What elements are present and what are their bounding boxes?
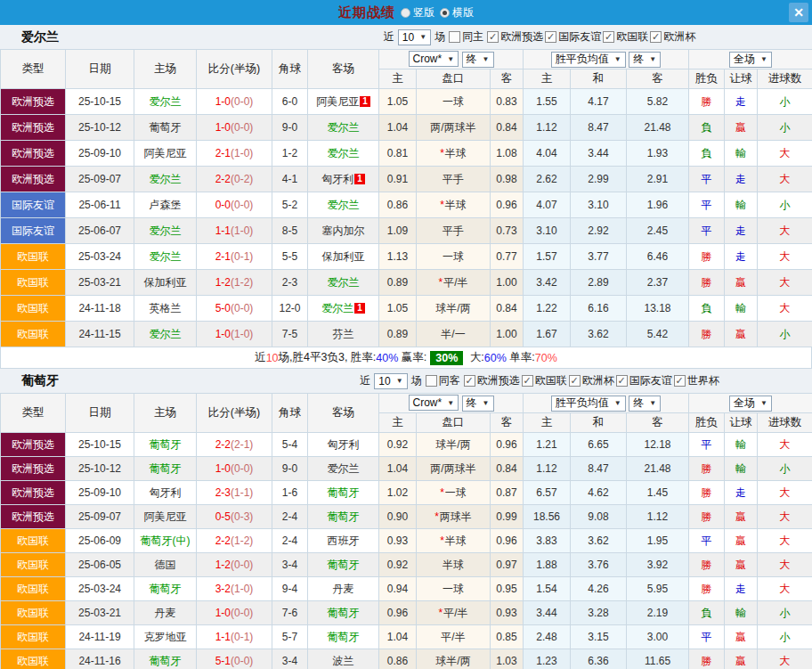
corner-score: 8-5 <box>272 218 308 244</box>
home-team-name: 丹麦 <box>155 607 176 619</box>
halftime-score: (0-0) <box>231 655 253 667</box>
home-team: 爱尔兰 <box>134 322 197 347</box>
odds-source-select[interactable]: Crow*▼ <box>409 395 459 411</box>
odds-period-select[interactable]: 终▼ <box>462 396 494 412</box>
handicap-line: *半球 <box>417 192 491 218</box>
result-indicator: 勝 <box>689 322 725 347</box>
recent-count-value: 10 <box>378 375 390 388</box>
same-side-filter[interactable]: 同主 <box>449 29 483 45</box>
handicap-result-indicator: 贏 <box>725 625 758 649</box>
league-checkbox[interactable]: ✓ <box>522 375 533 387</box>
score: 1-2(0-0) <box>197 553 272 577</box>
col-date: 日期 <box>66 394 134 433</box>
league-filter[interactable]: ✓欧洲杯 <box>650 29 695 45</box>
league-filter[interactable]: ✓欧洲预选 <box>464 373 520 388</box>
odds-period-select[interactable]: 终▼ <box>462 52 494 68</box>
away-team-name: 保加利亚 <box>322 250 365 263</box>
handicap-home-odds: 0.81 <box>379 141 417 167</box>
league-filter[interactable]: ✓国际友谊 <box>545 29 601 45</box>
recent-count-select[interactable]: 10 ▼ <box>398 29 431 45</box>
league-checkbox[interactable]: ✓ <box>464 375 475 387</box>
away-team-name: 爱尔兰 <box>321 302 353 314</box>
odds-source-select[interactable]: Crow*▼ <box>409 51 459 67</box>
corner-score: 1-6 <box>272 481 308 505</box>
league-checkbox[interactable]: ✓ <box>487 31 499 43</box>
away-team-name: 芬兰 <box>333 328 354 340</box>
red-card-badge: 1 <box>354 303 365 314</box>
league-filter[interactable]: ✓欧国联 <box>603 29 648 45</box>
fulltime-score: 1-2 <box>215 559 231 571</box>
same-side-label: 同客 <box>439 373 460 388</box>
league-filter[interactable]: ✓国际友谊 <box>616 373 672 388</box>
near-label: 近 <box>384 29 394 45</box>
home-team-name: 阿美尼亚 <box>144 510 187 523</box>
league-checkbox[interactable]: ✓ <box>603 31 614 43</box>
handicap-text: 球半/两 <box>435 655 470 667</box>
league-checkbox[interactable]: ✓ <box>616 375 628 387</box>
scope-select[interactable]: 全场▼ <box>729 396 772 412</box>
goals-indicator: 大 <box>758 296 812 322</box>
handicap-result-indicator: 走 <box>725 89 758 115</box>
wdl-value: 胜平负均值 <box>556 52 609 67</box>
wdl-select[interactable]: 胜平负均值▼ <box>551 52 626 68</box>
handicap-result-indicator: 走 <box>725 577 758 601</box>
handicap-home-odds: 1.04 <box>379 115 417 141</box>
radio-icon-horizontal[interactable] <box>440 8 450 18</box>
league-label: 欧洲杯 <box>663 29 695 45</box>
radio-icon-vertical[interactable] <box>401 8 410 18</box>
handicap-line: 一球 <box>417 89 491 115</box>
avg-win-odds: 1.21 <box>524 433 571 457</box>
recent-count-select[interactable]: 10 ▼ <box>374 373 407 389</box>
wdl-period-select[interactable]: 终▼ <box>629 52 661 68</box>
same-side-checkbox[interactable] <box>449 31 460 43</box>
league-checkbox[interactable]: ✓ <box>674 375 686 387</box>
match-date: 24-11-15 <box>66 322 134 347</box>
match-row: 欧国联24-11-19克罗地亚1-1(0-1)5-7葡萄牙1.04平/半0.85… <box>1 625 812 649</box>
league-label: 欧国联 <box>616 29 648 45</box>
avg-lose-odds: 2.37 <box>627 270 689 296</box>
chevron-down-icon: ▼ <box>760 55 767 63</box>
league-filter[interactable]: ✓欧洲杯 <box>569 373 614 388</box>
layout-radio-horizontal[interactable]: 横版 <box>440 5 474 20</box>
handicap-text: 平手 <box>443 173 464 185</box>
corner-score: 7-5 <box>272 322 308 347</box>
result-indicator: 負 <box>689 141 725 167</box>
wdl-select[interactable]: 胜平负均值▼ <box>551 396 626 412</box>
col-avg-draw: 和 <box>571 413 627 433</box>
match-type-badge: 欧洲预选 <box>1 433 66 457</box>
scope-select[interactable]: 全场▼ <box>729 52 772 68</box>
avg-draw-odds: 3.76 <box>571 553 627 577</box>
league-filter[interactable]: ✓世界杯 <box>674 373 719 388</box>
match-row: 欧国联24-11-16葡萄牙5-1(0-0)3-4波兰0.86球半/两1.031… <box>1 649 812 669</box>
handicap-away-odds: 1.00 <box>491 270 524 296</box>
away-team: 葡萄牙 <box>308 601 379 625</box>
handicap-text: 一球 <box>443 95 464 108</box>
away-team: 芬兰 <box>308 322 379 347</box>
home-team: 爱尔兰 <box>134 244 197 270</box>
wdl-period-select[interactable]: 终▼ <box>629 396 661 412</box>
avg-draw-odds: 3.62 <box>571 529 627 553</box>
close-icon[interactable]: ✕ <box>789 3 808 22</box>
same-side-filter[interactable]: 同客 <box>426 373 460 388</box>
home-team: 葡萄牙 <box>134 649 197 669</box>
col-type: 类型 <box>1 394 66 433</box>
team-name: 爱尔兰 <box>0 29 267 45</box>
league-checkbox[interactable]: ✓ <box>545 31 556 43</box>
league-checkbox[interactable]: ✓ <box>569 375 581 387</box>
league-filter[interactable]: ✓欧洲预选 <box>487 29 543 45</box>
away-team: 匈牙利1 <box>308 167 379 192</box>
result-indicator: 負 <box>689 296 725 322</box>
result-indicator: 平 <box>689 433 725 457</box>
handicap-result-indicator: 贏 <box>725 553 758 577</box>
away-team: 爱尔兰 <box>308 115 379 141</box>
home-team-name: 葡萄牙 <box>150 583 182 595</box>
league-filter[interactable]: ✓欧国联 <box>522 373 567 388</box>
col-away: 客场 <box>308 50 379 89</box>
layout-radio-vertical[interactable]: 竖版 <box>401 5 434 20</box>
result-indicator: 負 <box>689 601 725 625</box>
home-team-name: 葡萄牙 <box>150 462 182 475</box>
league-checkbox[interactable]: ✓ <box>650 31 662 43</box>
handicap-away-odds: 0.87 <box>491 481 524 505</box>
same-side-checkbox[interactable] <box>426 375 437 387</box>
col-avg-lose: 客 <box>627 413 689 433</box>
